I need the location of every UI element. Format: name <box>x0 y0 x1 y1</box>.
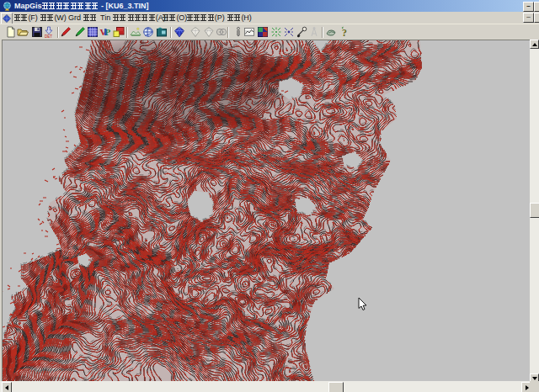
svg-text:DET: DET <box>45 34 52 39</box>
